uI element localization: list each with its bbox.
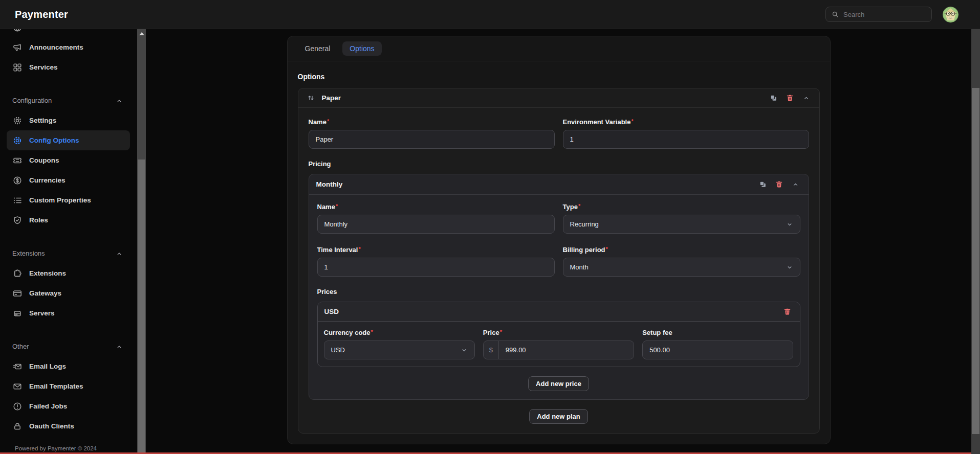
sidebar-item-cutoff[interactable] (0, 29, 137, 37)
currency-code-select[interactable]: USD (324, 340, 475, 359)
sidebar-item-failed-jobs[interactable]: Failed Jobs (0, 396, 137, 416)
puzzle-icon (12, 268, 23, 279)
scroll-up-arrow-icon[interactable] (139, 32, 144, 35)
sidebar-item-gateways[interactable]: Gateways (0, 283, 137, 303)
shield-check-icon (12, 215, 23, 225)
cog-icon (12, 135, 23, 146)
option-name-input[interactable] (309, 130, 554, 148)
ticket-icon (12, 155, 23, 166)
sidebar-item-label: Services (29, 63, 58, 71)
add-new-plan-button[interactable]: Add new plan (529, 409, 588, 424)
billing-period-select[interactable]: Month (563, 258, 800, 277)
sidebar-item-email-logs[interactable]: Email Logs (0, 356, 137, 376)
topbar: Paymenter (0, 0, 980, 29)
duplicate-icon[interactable] (757, 179, 769, 190)
sidebar-item-settings[interactable]: Settings (0, 110, 137, 130)
sidebar-item-label: Currencies (29, 176, 66, 184)
sidebar-item-roles[interactable]: Roles (0, 210, 137, 230)
brand-logo[interactable]: Paymenter (15, 9, 68, 20)
setup-fee-field: Setup fee (642, 329, 793, 359)
sidebar-item-label: Oauth Clients (29, 422, 74, 430)
time-interval-input[interactable] (318, 258, 554, 276)
avatar[interactable] (943, 7, 959, 22)
currency-code-field: Currency code* USD (324, 329, 475, 359)
sidebar-item-services[interactable]: Services (0, 57, 137, 77)
gear-icon (12, 116, 23, 126)
sidebar-item-label: Gateways (29, 289, 61, 297)
sidebar-scrollbar-thumb[interactable] (138, 160, 145, 453)
window-scrollbar[interactable] (971, 0, 980, 454)
required-mark: * (578, 203, 580, 209)
required-mark: * (606, 246, 608, 252)
name-field: Name* (309, 118, 555, 149)
option-card-title: Paper (322, 94, 341, 102)
plan-card-body: Name* Type* Recurring (309, 195, 809, 399)
sidebar-item-config-options[interactable]: Config Options (7, 130, 130, 150)
sidebar-section-configuration[interactable]: Configuration (0, 90, 137, 110)
avatar-image (943, 7, 959, 22)
plan-card-title: Monthly (316, 180, 343, 188)
plan-name-input[interactable] (318, 215, 554, 233)
setup-fee-label: Setup fee (642, 329, 672, 336)
duplicate-icon[interactable] (768, 93, 779, 104)
sidebar-item-label: Servers (29, 309, 55, 317)
sidebar-item-oauth-clients[interactable]: Oauth Clients (0, 416, 137, 436)
tab-options[interactable]: Options (342, 41, 381, 56)
sidebar-item-extensions[interactable]: Extensions (0, 263, 137, 283)
tabs-bar: General Options (288, 36, 830, 61)
sidebar-item-label: Email Templates (29, 382, 83, 390)
env-label: Environment Variable (563, 118, 631, 126)
env-variable-input[interactable] (563, 130, 809, 148)
sidebar-item-coupons[interactable]: Coupons (0, 150, 137, 170)
delete-option-icon[interactable] (785, 93, 796, 104)
option-card-body: Name* Environment Variable* Pricing (298, 108, 819, 433)
sidebar-section-other[interactable]: Other (0, 336, 137, 356)
sidebar-item-currencies[interactable]: Currencies (0, 170, 137, 190)
list-icon (12, 195, 23, 206)
dollar-circle-icon (12, 175, 23, 186)
sidebar-item-email-templates[interactable]: Email Templates (0, 376, 137, 396)
sidebar-item-custom-properties[interactable]: Custom Properties (0, 190, 137, 210)
sidebar-section-label: Configuration (12, 97, 52, 104)
app-root: Paymenter (0, 0, 980, 454)
sidebar-scrollbar[interactable] (137, 29, 146, 454)
chevron-up-icon (116, 343, 123, 350)
delete-price-icon[interactable] (782, 306, 793, 317)
sidebar-item-label: Email Logs (29, 362, 66, 370)
plan-type-select[interactable]: Recurring (563, 215, 800, 234)
chevron-down-icon (460, 346, 468, 354)
sidebar-section-extensions[interactable]: Extensions (0, 243, 137, 263)
chevron-up-icon (116, 97, 123, 104)
plan-card-header: Monthly (309, 174, 809, 195)
sidebar-item-label: Config Options (29, 137, 79, 144)
chevron-down-icon (786, 220, 794, 229)
pricing-label: Pricing (309, 160, 809, 168)
window-scrollbar-thumb[interactable] (972, 88, 979, 434)
currency-code-label: Currency code (324, 329, 371, 336)
price-label: Price (483, 329, 499, 336)
collapse-chevron-up-icon[interactable] (790, 179, 801, 190)
sidebar-item-label: Failed Jobs (29, 402, 67, 410)
setup-fee-input[interactable] (643, 341, 793, 359)
delete-plan-icon[interactable] (774, 179, 785, 190)
sidebar-item-announcements[interactable]: Announcements (0, 37, 137, 57)
options-section-title: Options (298, 73, 820, 81)
search-input[interactable] (843, 11, 926, 18)
move-updown-icon[interactable] (306, 93, 317, 104)
sidebar-item-servers[interactable]: Servers (0, 303, 137, 323)
panel-body: Options Paper (288, 61, 830, 444)
billing-period-field: Billing period* Month (563, 246, 800, 277)
time-interval-label: Time Interval (317, 246, 358, 254)
add-new-price-button[interactable]: Add new price (528, 376, 589, 391)
search-box[interactable] (825, 7, 932, 22)
tab-general[interactable]: General (298, 41, 338, 56)
price-input[interactable] (499, 341, 634, 359)
sidebar-item-label: Settings (29, 117, 56, 124)
time-interval-field: Time Interval* (317, 246, 555, 277)
sidebar-item-label: Announcements (29, 43, 83, 51)
collapse-chevron-up-icon[interactable] (801, 93, 812, 104)
sidebar-item-label: Roles (29, 216, 48, 224)
plan-card-monthly: Monthly (309, 174, 809, 400)
billing-period-label: Billing period (563, 246, 605, 254)
plan-name-label: Name (317, 203, 335, 211)
